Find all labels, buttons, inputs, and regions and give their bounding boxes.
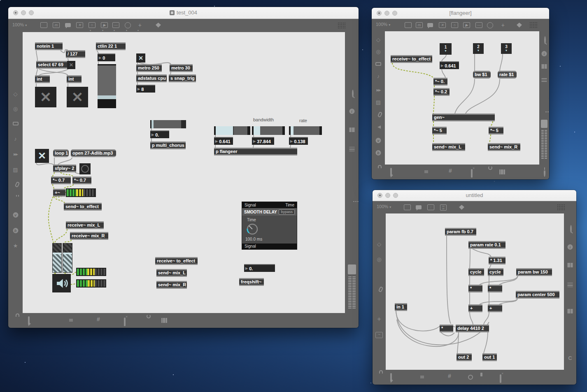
master-level-meter[interactable]: [541, 129, 547, 159]
zoom-level-control[interactable]: 100% ▾: [12, 22, 27, 27]
vizzie-icon[interactable]: v: [376, 138, 381, 143]
message-box-bw[interactable]: bw $1: [473, 71, 491, 79]
new-button-icon[interactable]: ○: [89, 22, 96, 28]
midi-keyboard-icon[interactable]: [499, 169, 505, 174]
object-box-param-rate[interactable]: param rate 0.1: [468, 241, 505, 249]
refresh-icon[interactable]: C: [568, 355, 572, 361]
number-box-ctl[interactable]: ▶0: [98, 53, 115, 61]
vizzie-icon[interactable]: v: [13, 212, 18, 218]
packages-icon[interactable]: ◇: [377, 241, 381, 247]
new-dial-icon[interactable]: [125, 22, 131, 28]
grid-snap-icon[interactable]: #: [448, 373, 451, 379]
sequencer-icon[interactable]: ▸▸: [14, 151, 17, 157]
object-box-mul02[interactable]: *~ 0.2: [433, 88, 450, 96]
object-box-out1[interactable]: out 1: [482, 353, 497, 361]
patcher-canvas[interactable]: param fb 0.7 param rate 0.1 * 1.31 cycle…: [386, 213, 564, 370]
object-box-mul-depth[interactable]: *~ 0.: [433, 78, 447, 86]
object-box-send-mixr[interactable]: send~ mix_R: [156, 281, 187, 289]
packages-icon[interactable]: ◇: [14, 91, 18, 97]
object-box-gen[interactable]: gen~: [432, 114, 495, 121]
object-box-notein[interactable]: notein 1: [35, 42, 63, 50]
master-level-meter[interactable]: [348, 276, 356, 308]
toggle-big[interactable]: ✕: [35, 87, 56, 107]
grid-toggle-icon[interactable]: [529, 22, 538, 28]
subpatcher-flangeer[interactable]: p flangeer: [214, 148, 297, 155]
object-box-freqshift[interactable]: freqshift~: [239, 278, 264, 286]
star-icon[interactable]: ★: [13, 243, 18, 249]
new-message-icon[interactable]: m: [53, 22, 60, 28]
object-box-send-snaptrig[interactable]: s snap_trig: [169, 74, 196, 82]
object-box-send-mixr[interactable]: send~ mix_R: [488, 143, 520, 151]
new-comment-icon[interactable]: [65, 23, 71, 27]
hslider-bandwidth[interactable]: [252, 126, 285, 135]
columns-icon[interactable]: [349, 128, 354, 132]
object-box-add-b[interactable]: +: [488, 304, 502, 312]
grid-toggle-icon[interactable]: [557, 204, 565, 210]
speaker-icon[interactable]: [376, 125, 381, 129]
new-button-icon[interactable]: ○: [451, 22, 458, 28]
level-meter[interactable]: [66, 188, 96, 197]
new-playbar-icon[interactable]: ▶: [463, 22, 470, 28]
attachment-icon[interactable]: [14, 181, 20, 188]
object-box-delay[interactable]: delay 4410 2: [456, 325, 489, 332]
float-box-chorus[interactable]: ▶0.: [150, 130, 169, 138]
codebox-icon[interactable]: code: [440, 204, 447, 211]
speaker-dac-button[interactable]: [52, 274, 71, 292]
object-box-addsig[interactable]: +~: [53, 189, 65, 197]
columns-icon[interactable]: [568, 309, 573, 313]
info-icon[interactable]: i: [568, 244, 573, 250]
bang-button[interactable]: [79, 163, 91, 174]
beap-icon[interactable]: b: [13, 228, 18, 233]
new-slider-icon[interactable]: —: [475, 22, 482, 28]
object-box-add-a[interactable]: +: [468, 304, 482, 312]
gen-tilde-icon[interactable]: ~: [375, 332, 383, 338]
object-box-out2[interactable]: out 2: [457, 353, 472, 361]
float-box-freq[interactable]: ▶0.: [244, 264, 275, 272]
object-box-int[interactable]: int: [35, 75, 50, 83]
toggle-small[interactable]: ✕: [67, 61, 75, 69]
add-more-objects-icon[interactable]: +: [499, 22, 506, 28]
run-circle-icon[interactable]: [468, 375, 473, 380]
toggle-play[interactable]: ✕: [35, 149, 49, 163]
add-more-objects-icon[interactable]: +: [136, 22, 143, 28]
titlebar[interactable]: [flangeer]: [372, 8, 549, 19]
info-icon[interactable]: i: [349, 109, 354, 114]
comment-rate[interactable]: rate: [299, 118, 307, 123]
object-box-mul-fb[interactable]: *: [440, 325, 453, 332]
object-box-int[interactable]: int: [67, 75, 82, 83]
signal-probe-icon[interactable]: [500, 374, 501, 383]
object-box-metro30[interactable]: metro 30: [170, 64, 193, 72]
new-slider-icon[interactable]: —: [112, 22, 119, 28]
audio-power-icon[interactable]: [544, 168, 545, 177]
grid-toggle-icon[interactable]: [338, 22, 346, 28]
zoom-level-control[interactable]: 100% ▾: [377, 204, 391, 209]
inlet-object-2[interactable]: 2▼: [473, 43, 484, 54]
object-box-receive-effect[interactable]: receive~ to_effect: [391, 55, 432, 63]
object-box-param-bw[interactable]: param bw 150: [516, 268, 552, 276]
vertical-slider[interactable]: [98, 64, 116, 108]
patcher-canvas[interactable]: notein 1 / 127 select 67 69 ✕ int int ✕ …: [23, 32, 345, 313]
object-box-receive-mixr[interactable]: receive~ mix_R: [70, 232, 108, 240]
search-icon[interactable]: [570, 225, 572, 233]
object-box-receive-effect[interactable]: receive~ to_effect: [155, 257, 198, 265]
add-icon[interactable]: +: [377, 316, 381, 322]
gen-operators-icon[interactable]: ::: [427, 204, 434, 210]
hslider-chorus[interactable]: [150, 120, 186, 128]
signal-probe-icon[interactable]: [124, 318, 126, 326]
toggle-big[interactable]: ✕: [67, 87, 88, 107]
object-box-receive-mixl[interactable]: receive~ mix_L: [66, 221, 104, 229]
object-box-param-fb[interactable]: param fb 0.7: [445, 228, 476, 236]
new-object-icon[interactable]: [404, 204, 411, 210]
new-comment-icon[interactable]: [427, 23, 433, 27]
object-box-mul5-left[interactable]: *~ 5: [432, 127, 447, 135]
audio-note-icon[interactable]: ♪: [377, 74, 380, 79]
search-icon[interactable]: [544, 36, 546, 44]
time-knob[interactable]: [245, 222, 260, 237]
titlebar[interactable]: test_004: [8, 7, 359, 19]
device-icon[interactable]: [13, 122, 19, 125]
new-object-icon[interactable]: [405, 22, 412, 28]
float-box-depth[interactable]: ▶0.641: [440, 61, 459, 69]
object-box-in1[interactable]: in 1: [395, 303, 407, 311]
audio-note-icon[interactable]: ♪: [14, 136, 17, 142]
titlebar[interactable]: untitled: [373, 190, 576, 201]
